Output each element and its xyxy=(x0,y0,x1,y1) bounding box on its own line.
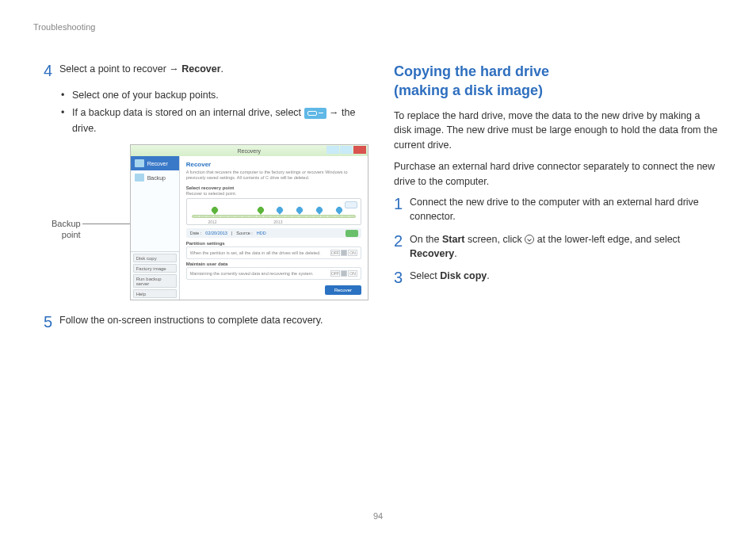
window-buttons xyxy=(326,146,366,154)
panel-title: Recover xyxy=(186,161,361,168)
toggle-knob xyxy=(341,270,347,277)
toggle-on: ON xyxy=(348,270,357,277)
step-text: Select a point to recover → Recover. xyxy=(59,62,223,79)
source-value: HDD xyxy=(257,231,266,235)
bullet-list: • Select one of your backup points. • If… xyxy=(61,87,368,136)
text: at the lower-left edge, and select xyxy=(534,234,680,245)
backup-point-pin[interactable] xyxy=(258,207,264,216)
step-number: 2 xyxy=(394,232,410,261)
text-bold: Recover xyxy=(181,63,220,75)
bullet-item: • Select one of your backup points. xyxy=(61,87,368,103)
sidebar-btn-help[interactable]: Help xyxy=(133,289,177,298)
text-bold: Recovery xyxy=(410,248,454,259)
step-text: Select Disk copy. xyxy=(410,269,490,286)
backup-point-pin[interactable] xyxy=(336,207,342,216)
maintain-label: Maintain user data xyxy=(186,262,361,266)
step-1: 1 Connect the new drive to the computer … xyxy=(394,195,719,224)
step-2: 2 On the Start screen, click at the lowe… xyxy=(394,232,719,261)
step-4: 4 Select a point to recover → Recover. xyxy=(44,62,368,79)
window-body: Recover Backup Disk copy Factory image R… xyxy=(131,156,368,300)
window-title: Recovery xyxy=(238,148,262,154)
recover-button[interactable]: Recover xyxy=(325,285,361,295)
backup-icon xyxy=(135,174,144,182)
down-arrow-circle-icon xyxy=(525,235,534,244)
timeline-box: 2012 2013 xyxy=(186,198,361,225)
timeline-year-right: 2013 xyxy=(273,220,282,224)
paragraph: To replace the hard drive, move the data… xyxy=(394,109,719,153)
maximize-button[interactable] xyxy=(340,146,353,154)
bullet-text: If a backup data is stored on an interna… xyxy=(72,105,368,136)
section-heading: Copying the hard drive (making a disk im… xyxy=(394,62,719,101)
panel-desc: A function that recovers the computer to… xyxy=(186,170,361,181)
callout-leader-line xyxy=(82,224,130,224)
maintain-row: Maintaining the currently saved data and… xyxy=(186,267,361,280)
toggle-knob xyxy=(341,250,347,256)
backup-point-pin[interactable] xyxy=(212,207,218,216)
text: Select a point to recover → xyxy=(59,63,181,75)
heading-line-2: (making a disk image) xyxy=(394,82,543,98)
step-text: Connect the new drive to the computer wi… xyxy=(410,195,719,224)
date-label: Date : xyxy=(190,231,202,235)
recover-icon xyxy=(135,159,144,167)
maintain-toggle[interactable]: OFFON xyxy=(330,270,357,277)
source-label: Source : xyxy=(236,231,252,235)
step-text: On the Start screen, click at the lower-… xyxy=(410,232,719,261)
toggle-off: OFF xyxy=(330,250,340,256)
page-number: 94 xyxy=(373,511,383,521)
partition-toggle[interactable]: OFFON xyxy=(330,250,357,256)
bullet-item: • If a backup data is stored on an inter… xyxy=(61,105,368,136)
partition-row: When the partition is set, all the data … xyxy=(186,246,361,259)
step-number: 1 xyxy=(394,195,410,224)
text: . xyxy=(487,270,489,281)
heading-line-1: Copying the hard drive xyxy=(394,63,549,79)
bullet-dot: • xyxy=(61,105,72,136)
drive-icon xyxy=(304,108,326,119)
sidebar-item-backup[interactable]: Backup xyxy=(131,170,179,185)
select-recovery-label: Select recovery point xyxy=(186,185,361,190)
date-value: 02/20/2013 xyxy=(205,231,227,235)
text: screen, click xyxy=(464,234,525,245)
text: . xyxy=(221,63,223,75)
recovery-timeline[interactable]: 2012 2013 xyxy=(192,207,356,221)
backup-point-pin[interactable] xyxy=(277,207,283,216)
text: Select xyxy=(410,270,440,281)
step-text: Follow the on-screen instructions to com… xyxy=(59,313,323,331)
partition-label: Partition settings xyxy=(186,241,361,246)
date-source-row: Date : 02/20/2013 | Source : HDD xyxy=(186,228,361,238)
partition-text: When the partition is set, all the data … xyxy=(190,250,321,255)
drive-pill-icon[interactable] xyxy=(346,230,358,237)
step-3: 3 Select Disk copy. xyxy=(394,269,719,286)
text-bold: Disk copy xyxy=(440,270,487,281)
bullet-dot: • xyxy=(61,87,72,103)
sidebar-btn-factory-image[interactable]: Factory image xyxy=(133,264,177,273)
minimize-button[interactable] xyxy=(326,146,339,154)
step-number: 5 xyxy=(44,313,59,331)
toggle-on: ON xyxy=(348,250,357,256)
step-number: 3 xyxy=(394,269,410,286)
sidebar: Recover Backup Disk copy Factory image R… xyxy=(131,156,180,300)
text: If a backup data is stored on an interna… xyxy=(72,107,304,118)
sidebar-btn-disk-copy[interactable]: Disk copy xyxy=(133,254,177,262)
toggle-off: OFF xyxy=(330,270,340,277)
backup-point-pin[interactable] xyxy=(316,207,323,216)
page-header: Troubleshooting xyxy=(33,22,95,32)
text: On the xyxy=(410,234,442,245)
select-recovery-sub: Recover to selected point. xyxy=(186,191,361,196)
text-bold: Start xyxy=(442,234,464,245)
recovery-screenshot-figure: Backup point Recovery Recover Backup xyxy=(44,144,368,300)
backup-point-pin[interactable] xyxy=(296,207,303,216)
maintain-text: Maintaining the currently saved data and… xyxy=(190,271,314,276)
sidebar-item-recover[interactable]: Recover xyxy=(131,156,179,170)
bullet-text: Select one of your backup points. xyxy=(72,87,219,103)
callout-label: Backup point xyxy=(44,219,81,241)
sidebar-btn-run-backup-server[interactable]: Run backup server xyxy=(133,274,177,288)
close-button[interactable] xyxy=(353,146,366,154)
paragraph: Purchase an external hard drive connecto… xyxy=(394,159,719,189)
text: . xyxy=(454,248,456,259)
left-column: 4 Select a point to recover → Recover. •… xyxy=(44,62,368,338)
main-panel: Recover A function that recovers the com… xyxy=(180,156,368,300)
recovery-window: Recovery Recover Backup Disk copy Factor… xyxy=(130,144,368,300)
window-titlebar: Recovery xyxy=(131,145,368,156)
timeline-year-left: 2012 xyxy=(208,220,216,224)
label: Recover xyxy=(147,161,168,166)
